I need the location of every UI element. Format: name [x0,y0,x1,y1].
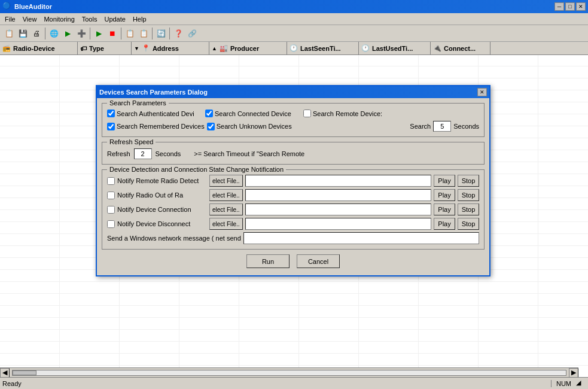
cb-remembered-input[interactable] [107,123,115,130]
notif-label-0: Notify Remote Radio Detect [117,177,207,184]
elect-btn-2[interactable]: elect File.. [209,203,243,215]
timeout-text: >= Search Timeout if "Search Remote [194,150,304,157]
col-arrow-producer: ▲ [212,45,217,51]
refresh-speed-group: Refresh Speed Refresh Seconds >= Search … [102,142,485,165]
col-icon-1: 📻 [2,44,11,52]
menu-tools[interactable]: Tools [78,14,101,24]
close-button[interactable]: ✕ [576,2,586,11]
stop-btn-1[interactable]: Stop [458,189,479,201]
scroll-right-btn[interactable]: ▶ [569,368,578,378]
cb-remembered-label: Search Remembered Devices [117,123,205,130]
col-address[interactable]: ▼ 📍 Address [132,42,209,54]
play-btn-0[interactable]: Play [434,175,455,187]
notification-group: Device Detection and Connection State Ch… [102,169,485,250]
notif-row-1: Notify Radio Out of Ra elect File.. Play… [107,189,479,201]
play-btn-2[interactable]: Play [434,203,455,215]
search-params-label: Search Parameters [107,99,169,107]
search-checkbox-row2: Search Remembered Devices Search Unknown… [107,121,479,132]
search-seconds-input[interactable] [433,121,451,132]
menu-bar: File View Monitoring Tools Update Help [0,13,588,25]
cb-unknown-label: Search Unknown Devices [217,123,292,130]
maximize-button[interactable]: □ [565,2,575,11]
app-icon: 🔵 [2,2,12,11]
cb-unknown: Search Unknown Devices [207,123,303,130]
dialog-close-button[interactable]: ✕ [477,88,487,96]
toolbar-icon-2[interactable]: 💾 [16,27,29,40]
toolbar-icon-arrow[interactable]: ▶ [61,27,74,40]
cb-connected-input[interactable] [205,110,213,117]
toolbar-separator-4 [152,28,153,39]
run-button[interactable]: Run [246,254,290,268]
toolbar-icon-globe[interactable]: 🌐 [47,27,60,40]
toolbar-icon-refresh[interactable]: 🔄 [154,27,167,40]
menu-help[interactable]: Help [129,14,150,24]
col-icon-7: 🔌 [433,44,441,52]
status-text: Ready [2,380,551,387]
refresh-value-input[interactable] [134,148,152,159]
toolbar-icon-stop[interactable]: ⏹ [106,27,119,40]
notif-cb-1[interactable] [107,192,115,199]
play-btn-1[interactable]: Play [434,189,455,201]
notif-label-3: Notify Device Disconnect [117,220,207,227]
elect-btn-3[interactable]: elect File.. [209,218,243,230]
toolbar-icon-add[interactable]: ➕ [75,27,88,40]
col-connect[interactable]: 🔌 Connect... [431,42,490,54]
cb-remote-label: Search Remote Device: [313,110,382,117]
toolbar-icon-1[interactable]: 📋 [2,27,16,40]
refresh-label: Refresh [107,150,130,157]
notif-input-1[interactable] [245,189,431,201]
net-send-label: Send a Windows network message ( net sen… [107,235,241,242]
notif-cb-2[interactable] [107,206,115,214]
scroll-track [12,370,566,376]
stop-btn-3[interactable]: Stop [458,218,479,230]
toolbar-icon-link[interactable]: 🔗 [185,27,199,40]
col-icon-5: 🕐 [290,44,298,52]
cb-authenticated-input[interactable] [107,110,115,117]
notif-cb-0[interactable] [107,177,115,185]
search-params-dialog: Devices Search Parameters Dialog ✕ Searc… [96,85,490,276]
col-lastseen[interactable]: 🕐 LastSeenTi... [287,42,359,54]
scroll-thumb[interactable] [13,370,36,375]
col-lastused[interactable]: 🕐 LastUsedTi... [359,42,431,54]
net-send-input[interactable] [243,232,479,244]
toolbar-icon-5[interactable]: 📋 [137,27,150,40]
menu-monitoring[interactable]: Monitoring [40,14,78,24]
toolbar-icon-play[interactable]: ▶ [92,27,105,40]
menu-update[interactable]: Update [100,14,129,24]
search-params-group: Search Parameters Search Authenticated D… [102,103,485,137]
search-seconds-container: Search Seconds [410,121,479,132]
toolbar-icon-4[interactable]: 📋 [123,27,136,40]
cancel-button[interactable]: Cancel [297,254,340,268]
play-btn-3[interactable]: Play [434,218,455,230]
notif-input-0[interactable] [245,175,431,187]
minimize-button[interactable]: ─ [555,2,564,11]
title-bar: 🔵 BlueAuditor ─ □ ✕ [0,0,588,13]
horizontal-scrollbar[interactable]: ◀ ▶ [0,367,578,377]
resize-handle[interactable]: ◢ [576,379,586,388]
stop-btn-2[interactable]: Stop [458,203,479,215]
content-area: Devices Search Parameters Dialog ✕ Searc… [0,55,588,389]
search-checkbox-row1: Search Authenticated Devi Search Connect… [107,110,479,117]
menu-view[interactable]: View [19,14,41,24]
menu-file[interactable]: File [1,14,19,24]
col-producer[interactable]: ▲ 🏭 Producer [209,42,287,54]
toolbar-icon-help[interactable]: ❓ [172,27,185,40]
notif-cb-3[interactable] [107,220,115,228]
notif-input-2[interactable] [245,203,431,215]
cb-remote-input[interactable] [303,110,311,117]
toolbar-icon-3[interactable]: 🖨 [30,27,43,40]
dialog-title-bar: Devices Search Parameters Dialog ✕ [97,86,489,98]
cb-unknown-input[interactable] [207,123,215,130]
notif-input-3[interactable] [245,218,431,230]
elect-btn-1[interactable]: elect File.. [209,189,243,201]
scroll-left-btn[interactable]: ◀ [0,368,10,378]
stop-btn-0[interactable]: Stop [458,175,479,187]
cb-connected: Search Connected Device [205,110,301,117]
toolbar-separator-2 [90,28,90,39]
col-type[interactable]: 🏷 Type [78,42,132,54]
toolbar-separator-3 [121,28,121,39]
col-radio-device[interactable]: 📻 Radio-Device [0,42,78,54]
elect-btn-0[interactable]: elect File.. [209,175,243,187]
col-arrow-address: ▼ [134,45,139,51]
notif-row-3: Notify Device Disconnect elect File.. Pl… [107,218,479,230]
